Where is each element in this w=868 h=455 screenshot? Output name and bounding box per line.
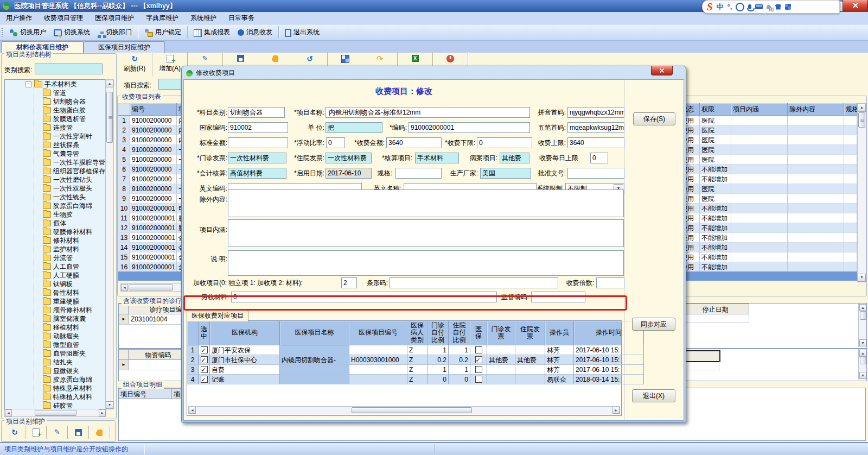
cell-selected[interactable] <box>199 365 210 375</box>
save-button[interactable]: 保存(S) <box>633 112 675 125</box>
checkbox-checked-icon[interactable] <box>201 366 208 373</box>
item-name-field[interactable]: 内镜用切割吻合器-标准型12mm <box>326 107 530 118</box>
toolbar-button[interactable]: 切换部门 <box>94 26 138 39</box>
exit-button[interactable]: 退出(X) <box>632 389 675 402</box>
tree-item[interactable]: 微型血管 <box>5 340 106 349</box>
toolbar-button[interactable]: 切换用户 <box>5 26 50 39</box>
cell-insured[interactable] <box>470 365 487 375</box>
content-textarea[interactable] <box>228 219 624 247</box>
tree-item[interactable]: 组织器官移植保存 <box>5 167 106 175</box>
tree-item[interactable]: 颅骨修补材料 <box>5 306 106 314</box>
mat-code-header[interactable]: 物资编码 <box>129 349 188 360</box>
national-code-field[interactable]: 910002 <box>228 122 288 133</box>
category-search-input[interactable] <box>35 64 103 74</box>
cell-insured[interactable] <box>470 345 487 355</box>
med-h-inp-invoice[interactable]: 住院发 票 <box>515 321 545 345</box>
keyboard-icon[interactable] <box>755 4 763 9</box>
multiplier-field[interactable] <box>596 277 624 288</box>
tree-item[interactable]: 硬膜修补材料 <box>5 228 106 236</box>
tree-item[interactable]: 切割吻合器 <box>5 97 106 106</box>
header-perm[interactable]: 权限 <box>700 103 731 115</box>
toolbar-grip[interactable] <box>2 28 3 37</box>
emoji-icon[interactable] <box>736 3 744 11</box>
med-h-org[interactable]: 医保机构 <box>210 321 280 345</box>
tree-item[interactable]: 修补材料 <box>5 236 106 245</box>
chinese-mode-icon[interactable]: 中 <box>717 2 724 12</box>
tab-medical-insurance-mapping[interactable]: 医保项目对应维护 <box>84 41 165 53</box>
tree-item[interactable]: 胶原蛋白海绵 <box>5 375 106 384</box>
dx-stop-date-header[interactable]: 停止日期 <box>682 304 749 314</box>
sync-mapping-button[interactable]: 同步对应 <box>632 318 675 331</box>
charge-up-field[interactable]: 3640 <box>567 137 624 148</box>
pinyin-field[interactable]: njyqgwhqbzx12mm <box>567 107 624 118</box>
dialog-close-button[interactable] <box>651 66 673 75</box>
tree-item[interactable]: 动脉瘤夹 <box>5 332 106 340</box>
category-tool-button[interactable]: ✎ <box>47 426 68 439</box>
tree-item[interactable]: 脑室储液囊 <box>5 314 106 323</box>
menu-item[interactable]: 用户操作 <box>0 12 38 24</box>
approval-no-field[interactable] <box>567 168 624 179</box>
tree-item[interactable]: 一次性穿刺针 <box>5 132 106 141</box>
finance-field[interactable]: 高值材料费 <box>228 168 286 179</box>
tree-item[interactable]: 胶原蛋白海绵 <box>5 201 106 210</box>
tree-item[interactable]: 人工血管 <box>5 262 106 271</box>
inpatient-invoice-field[interactable]: 一次性材料费 <box>326 153 372 163</box>
subject-field[interactable]: 切割吻合器 <box>228 107 285 118</box>
combo-code-header[interactable]: 项目编号 <box>119 388 172 399</box>
tree-item[interactable]: 特殊植入材料 <box>5 393 106 401</box>
checkbox-icon[interactable] <box>475 346 482 353</box>
tree-item[interactable]: 人工硬膜 <box>5 271 106 280</box>
tree-item[interactable]: 骨性材料 <box>5 288 106 297</box>
tree-item[interactable]: 钛钢板 <box>5 280 106 288</box>
toolbar-button[interactable]: 切换系统 <box>50 26 94 39</box>
toolbar-button[interactable]: 集成报表 <box>190 26 234 39</box>
charge-amount-field[interactable]: 3640 <box>386 137 442 148</box>
unit-field[interactable]: 把 <box>326 122 382 133</box>
close-button[interactable] <box>843 0 868 11</box>
barcode-field[interactable] <box>390 277 558 288</box>
category-tool-button[interactable] <box>68 426 89 439</box>
tree-item[interactable]: 移植材料 <box>5 323 106 332</box>
tree-item[interactable]: 硅胶管 <box>5 401 106 409</box>
tab-med-insurance-mapping[interactable]: 医保收费对应项目 <box>187 310 248 321</box>
menu-item[interactable]: 日常事务 <box>222 12 260 24</box>
med-h-name[interactable]: 医保项目名称 <box>280 321 349 345</box>
spec-field[interactable] <box>395 168 442 179</box>
header-spec[interactable]: 规格 <box>844 103 857 115</box>
charge-list-hscrollbar[interactable]: ◄ <box>120 283 182 292</box>
tree-item[interactable]: 一次性羊膜腔导管 <box>5 158 106 167</box>
cell-selected[interactable] <box>199 355 210 365</box>
exclude-textarea[interactable] <box>228 189 624 217</box>
wubi-field[interactable]: mqeapkwksug12mm <box>567 122 624 133</box>
menu-item[interactable]: 收费项目管理 <box>38 12 89 24</box>
toolbar-button[interactable]: 退出系统 <box>281 26 323 39</box>
mic-icon[interactable] <box>748 4 751 9</box>
sogou-logo-icon[interactable]: S <box>707 2 713 12</box>
menu-item[interactable]: 系统维护 <box>184 12 222 24</box>
cell-insured[interactable] <box>470 375 487 384</box>
tree-item[interactable]: 生物胶 <box>5 210 106 219</box>
cell-insured[interactable] <box>470 355 487 365</box>
med-h-code[interactable]: 医保项目编号 <box>349 321 407 345</box>
toolbox-icon[interactable] <box>785 4 791 10</box>
daily-limit-field[interactable]: 0 <box>590 153 608 163</box>
med-h-patient-cat[interactable]: 医保 病人 类别 <box>407 321 427 345</box>
skin-icon[interactable] <box>775 4 781 10</box>
tree-hscrollbar[interactable]: ◄ ► <box>4 409 106 417</box>
tree-item[interactable]: 生物蛋白胶 <box>5 106 106 115</box>
checkbox-icon[interactable] <box>475 356 482 363</box>
float-rate-field[interactable]: 0 <box>326 137 345 148</box>
med-h-insured[interactable]: 医 保 <box>470 321 487 345</box>
tree-item[interactable]: 管道 <box>5 89 106 97</box>
header-exclude[interactable]: 除外内容 <box>788 103 844 115</box>
table-row[interactable]: 1 厦门平安农保 Z 1 1 林芳 2017-06- <box>187 345 621 355</box>
table-row[interactable]: 3 自费 Z 1 1 林芳 2017-06-10 1 <box>187 365 621 375</box>
med-h-outp-ratio[interactable]: 门诊 自付 比例 <box>427 321 449 345</box>
cell-selected[interactable] <box>199 345 210 355</box>
outpatient-invoice-field[interactable]: 一次性材料费 <box>228 153 286 163</box>
mat-code-cell[interactable] <box>129 360 189 370</box>
category-tool-button[interactable] <box>25 426 47 439</box>
tree-item[interactable]: 一次性双极头 <box>5 184 106 193</box>
checkbox-icon[interactable] <box>475 376 482 383</box>
tree-item[interactable]: 显微银夹 <box>5 366 106 375</box>
